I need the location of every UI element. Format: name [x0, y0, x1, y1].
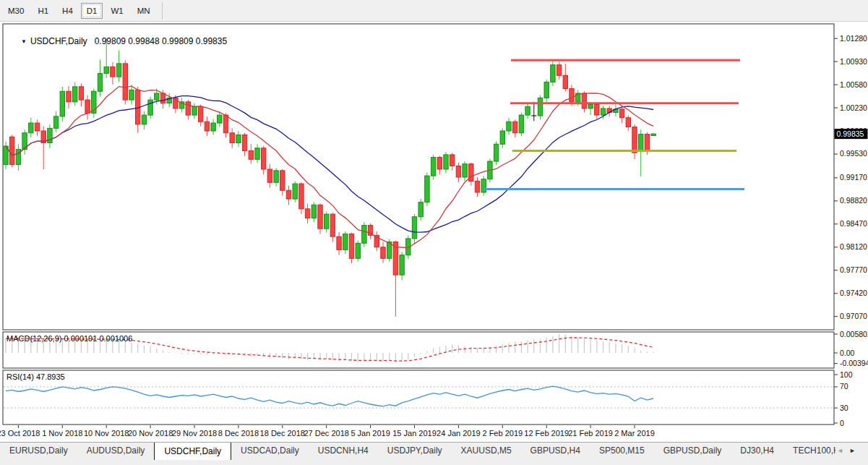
chart-tabs-bar: EURUSD,DailyAUDUSD,DailyUSDCHF,DailyUSDC… — [0, 442, 868, 465]
svg-text:1.00580: 1.00580 — [840, 80, 867, 89]
timeframe-button-w1[interactable]: W1 — [105, 3, 129, 19]
svg-text:10 Nov 2018: 10 Nov 2018 — [84, 429, 129, 438]
chart-tab-eurusd-daily[interactable]: EURUSD,Daily — [0, 443, 77, 460]
svg-text:0.99170: 0.99170 — [840, 173, 867, 182]
svg-text:23 Oct 2018: 23 Oct 2018 — [0, 429, 40, 438]
timeframe-button-m30[interactable]: M30 — [2, 3, 30, 19]
svg-text:24 Jan 2019: 24 Jan 2019 — [437, 429, 481, 438]
chart-window: 1.012801.009301.005801.002300.998800.995… — [0, 22, 868, 442]
chart-tab-usdcad-daily[interactable]: USDCAD,Daily — [231, 443, 309, 460]
tabs-scroll-left-icon[interactable]: ◄ — [837, 445, 843, 456]
svg-text:0.98470: 0.98470 — [840, 219, 867, 228]
svg-text:1.01280: 1.01280 — [840, 34, 867, 43]
svg-text:29 Nov 2018: 29 Nov 2018 — [172, 429, 217, 438]
timeframe-button-d1[interactable]: D1 — [81, 3, 103, 19]
svg-text:2 Feb 2019: 2 Feb 2019 — [482, 429, 523, 438]
rsi-indicator-label: RSI(14) 47.8935 — [7, 372, 65, 381]
chart-tab-xauusd-m5[interactable]: XAUUSD,M5 — [452, 443, 521, 460]
price-axis: 1.012801.009301.005801.002300.998800.995… — [834, 34, 868, 320]
tabs-scroll-right-icon[interactable]: ► — [849, 445, 856, 456]
timeframe-button-mn[interactable]: MN — [132, 3, 156, 19]
timeframe-toolbar: M30H1H4D1W1MN — [0, 0, 868, 22]
svg-text:8 Dec 2018: 8 Dec 2018 — [218, 429, 259, 438]
timeframe-button-h4[interactable]: H4 — [56, 3, 79, 19]
svg-text:15 Jan 2019: 15 Jan 2019 — [392, 429, 437, 438]
svg-text:70: 70 — [840, 382, 848, 391]
current-price-value: 0.99835 — [837, 129, 864, 138]
date-axis: 23 Oct 20181 Nov 201810 Nov 201820 Nov 2… — [0, 425, 655, 438]
svg-text:0.97770: 0.97770 — [840, 265, 867, 274]
svg-text:0.97070: 0.97070 — [840, 312, 867, 320]
chart-tab-dj30-h4[interactable]: DJ30,H4 — [731, 443, 783, 460]
svg-text:0.97420: 0.97420 — [840, 289, 867, 297]
chart-tabs: EURUSD,DailyAUDUSD,DailyUSDCHF,DailyUSDC… — [0, 443, 835, 460]
chart-tab-gbpusd-daily[interactable]: GBPUSD,Daily — [654, 443, 731, 460]
chart-tab-usdchf-daily[interactable]: USDCHF,Daily — [154, 443, 231, 460]
svg-text:0: 0 — [840, 419, 844, 427]
chart-title: ▼USDCHF,Daily0.99809 0.99848 0.99809 0.9… — [7, 26, 227, 56]
svg-text:12 Feb 2019: 12 Feb 2019 — [524, 429, 569, 438]
svg-text:0.99530: 0.99530 — [840, 149, 867, 158]
chart-ohlc-values: 0.99809 0.99848 0.99809 0.99835 — [95, 36, 228, 46]
chart-symbol-label: USDCHF,Daily — [30, 36, 87, 46]
svg-text:5 Jan 2019: 5 Jan 2019 — [351, 429, 390, 438]
svg-text:30: 30 — [840, 404, 848, 412]
tab-scroll-arrows: ◄ ► — [837, 445, 856, 456]
macd-indicator-label: MACD(12,26,9) 0.000191 0.001006 — [7, 334, 132, 343]
chart-tab-audusd-daily[interactable]: AUDUSD,Daily — [77, 443, 155, 460]
svg-text:-0.003945: -0.003945 — [840, 359, 868, 367]
chart-canvas[interactable]: 1.012801.009301.005801.002300.998800.995… — [0, 22, 868, 442]
svg-text:0.98820: 0.98820 — [840, 196, 867, 205]
toolbar-separator — [162, 2, 163, 20]
svg-text:21 Feb 2019: 21 Feb 2019 — [568, 429, 613, 438]
chart-tab-gbpusd-h4[interactable]: GBPUSD,H4 — [521, 443, 590, 460]
chart-tab-usdjpy-daily[interactable]: USDJPY,Daily — [378, 443, 452, 460]
svg-text:1.00930: 1.00930 — [840, 57, 867, 66]
symbol-dropdown-icon[interactable]: ▼ — [21, 38, 27, 45]
svg-text:100: 100 — [840, 370, 853, 379]
chart-tab-sp500-m15[interactable]: SP500,M15 — [590, 443, 654, 460]
svg-text:1 Nov 2018: 1 Nov 2018 — [42, 429, 82, 438]
timeframe-button-h1[interactable]: H1 — [32, 3, 54, 19]
svg-text:0.00: 0.00 — [840, 349, 855, 357]
svg-text:18 Dec 2018: 18 Dec 2018 — [260, 429, 305, 438]
svg-text:0.005802: 0.005802 — [840, 330, 868, 338]
svg-text:20 Nov 2018: 20 Nov 2018 — [128, 429, 173, 438]
svg-text:27 Dec 2018: 27 Dec 2018 — [304, 429, 349, 438]
mt4-window: M30H1H4D1W1MN 1.012801.009301.005801.002… — [0, 0, 868, 465]
chart-tab-usdcnh-h4[interactable]: USDCNH,H4 — [309, 443, 378, 460]
svg-text:2 Mar 2019: 2 Mar 2019 — [614, 429, 655, 438]
svg-text:0.98120: 0.98120 — [840, 242, 867, 251]
chart-tab-tech100-h1[interactable]: TECH100,H1 — [783, 443, 835, 460]
svg-text:1.00230: 1.00230 — [840, 103, 867, 112]
